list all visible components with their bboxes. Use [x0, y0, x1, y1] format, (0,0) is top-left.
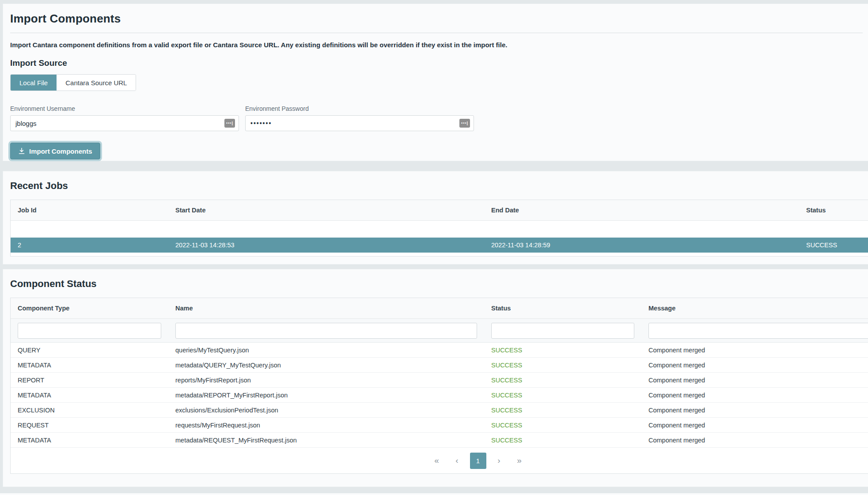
recent-jobs-panel: Recent Jobs Job Id Start Date End Date S… [3, 171, 868, 265]
username-label: Environment Username [10, 105, 239, 112]
import-button-label: Import Components [29, 147, 92, 155]
last-page-button[interactable]: » [512, 453, 527, 468]
component-type-cell: METADATA [11, 437, 168, 444]
recent-jobs-table-footer [11, 253, 868, 256]
component-status-table: Component Type Name Status Message QUERY… [10, 298, 868, 474]
component-type-cell: REPORT [11, 377, 168, 384]
column-header-message[interactable]: Message [641, 305, 868, 312]
table-row[interactable]: REQUEST requests/MyFirstRequest.json SUC… [11, 418, 868, 433]
job-id-cell: 2 [11, 242, 168, 249]
message-cell: Component merged [641, 437, 868, 444]
component-type-cell: QUERY [11, 347, 168, 354]
name-cell: reports/MyFirstReport.json [168, 377, 484, 384]
component-status-header-row: Component Type Name Status Message [11, 298, 868, 319]
status-cell: SUCCESS [484, 362, 641, 369]
status-cell: SUCCESS [484, 347, 641, 354]
recent-jobs-empty-row [11, 221, 868, 238]
column-header-job-id[interactable]: Job Id [11, 207, 168, 214]
import-components-panel: Import Components Import Cantara compone… [3, 4, 868, 161]
name-cell: metadata/REPORT_MyFirstReport.json [168, 392, 484, 399]
status-cell: SUCCESS [484, 437, 641, 444]
import-description: Import Cantara component definitions fro… [10, 41, 868, 49]
recent-jobs-header-row: Job Id Start Date End Date Status [11, 200, 868, 221]
table-row[interactable]: METADATA metadata/REPORT_MyFirstReport.j… [11, 388, 868, 403]
component-type-cell: METADATA [11, 362, 168, 369]
column-header-start-date[interactable]: Start Date [168, 207, 484, 214]
message-cell: Component merged [641, 392, 868, 399]
message-cell: Component merged [641, 422, 868, 429]
next-page-button[interactable]: › [492, 453, 507, 468]
component-type-filter-input[interactable] [18, 323, 161, 339]
current-page-button[interactable]: 1 [470, 453, 486, 469]
import-source-tabs: Local File Cantara Source URL [10, 74, 136, 91]
pagination: « ‹ 1 › » [11, 448, 868, 473]
component-status-panel: Component Status Component Type Name Sta… [3, 269, 868, 487]
title-divider [10, 33, 863, 33]
component-status-filter-row [11, 319, 868, 343]
import-components-button[interactable]: Import Components [10, 143, 100, 159]
component-type-cell: REQUEST [11, 422, 168, 429]
name-filter-input[interactable] [175, 323, 477, 339]
import-source-heading: Import Source [10, 58, 868, 68]
table-row[interactable]: QUERY queries/MyTestQuery.json SUCCESS C… [11, 343, 868, 358]
message-filter-input[interactable] [648, 323, 868, 339]
component-status-title: Component Status [10, 278, 868, 290]
message-cell: Component merged [641, 362, 868, 369]
credentials-row: Environment Username •••| Environment Pa… [10, 105, 868, 131]
column-header-end-date[interactable]: End Date [484, 207, 799, 214]
column-header-status[interactable]: Status [484, 305, 641, 312]
password-label: Environment Password [245, 105, 474, 112]
table-row[interactable]: METADATA metadata/QUERY_MyTestQuery.json… [11, 358, 868, 373]
first-page-button[interactable]: « [429, 453, 444, 468]
name-cell: metadata/QUERY_MyTestQuery.json [168, 362, 484, 369]
next-card-edge [0, 493, 868, 495]
component-type-cell: METADATA [11, 392, 168, 399]
input-method-icon[interactable]: •••| [224, 119, 235, 128]
download-icon [18, 147, 25, 155]
name-cell: exclusions/ExclusionPeriodTest.json [168, 407, 484, 414]
status-cell: SUCCESS [484, 392, 641, 399]
column-header-name[interactable]: Name [168, 305, 484, 312]
page-title: Import Components [10, 12, 868, 26]
status-cell: SUCCESS [484, 422, 641, 429]
tab-cantara-source-url[interactable]: Cantara Source URL [57, 75, 136, 91]
recent-jobs-title: Recent Jobs [10, 180, 868, 192]
input-method-icon[interactable]: •••| [459, 119, 470, 128]
table-row[interactable]: EXCLUSION exclusions/ExclusionPeriodTest… [11, 403, 868, 418]
name-cell: requests/MyFirstRequest.json [168, 422, 484, 429]
table-row[interactable]: METADATA metadata/REQUEST_MyFirstRequest… [11, 433, 868, 448]
column-header-status[interactable]: Status [799, 207, 868, 214]
start-date-cell: 2022-11-03 14:28:53 [168, 242, 484, 249]
username-field-group: Environment Username •••| [10, 105, 239, 131]
username-input[interactable] [10, 115, 239, 131]
name-cell: metadata/REQUEST_MyFirstRequest.json [168, 437, 484, 444]
password-field-group: Environment Password •••| [245, 105, 474, 131]
status-cell: SUCCESS [799, 242, 868, 249]
tab-local-file[interactable]: Local File [11, 75, 57, 91]
recent-jobs-table: Job Id Start Date End Date Status 2 2022… [10, 200, 868, 257]
status-cell: SUCCESS [484, 377, 641, 384]
end-date-cell: 2022-11-03 14:28:59 [484, 242, 799, 249]
message-cell: Component merged [641, 347, 868, 354]
status-cell: SUCCESS [484, 407, 641, 414]
previous-page-button[interactable]: ‹ [450, 453, 465, 468]
message-cell: Component merged [641, 377, 868, 384]
table-row[interactable]: REPORT reports/MyFirstReport.json SUCCES… [11, 373, 868, 388]
message-cell: Component merged [641, 407, 868, 414]
column-header-component-type[interactable]: Component Type [11, 305, 168, 312]
password-input[interactable] [245, 115, 474, 131]
name-cell: queries/MyTestQuery.json [168, 347, 484, 354]
component-type-cell: EXCLUSION [11, 407, 168, 414]
status-filter-input[interactable] [491, 323, 634, 339]
table-row[interactable]: 2 2022-11-03 14:28:53 2022-11-03 14:28:5… [11, 238, 868, 253]
